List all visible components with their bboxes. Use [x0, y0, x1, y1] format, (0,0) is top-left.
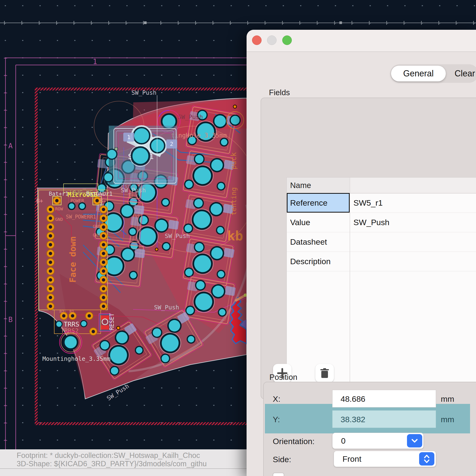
value-name-cell[interactable]: Value [290, 213, 310, 232]
value-value-cell[interactable]: SW_Push [354, 213, 389, 232]
svg-text:GND: GND [93, 224, 101, 229]
svg-text:SW_Push: SW_Push [154, 304, 179, 311]
svg-text:SW_Push: SW_Push [165, 233, 190, 239]
svg-text:ROW: ROW [55, 206, 63, 211]
svg-text:tenting: tenting [230, 187, 238, 215]
reference-name-cell[interactable]: Reference [290, 194, 327, 212]
fields-table[interactable]: Name Value Reference SW5_r1 Value SW_Pus… [287, 177, 476, 400]
trrs-label: TRRS [64, 321, 79, 328]
sheet-row-a: A [8, 142, 13, 150]
sheet-column-label: 1 [93, 57, 97, 66]
delete-field-button[interactable] [315, 364, 334, 382]
reset-label: RESET [108, 313, 115, 330]
table-row-value[interactable]: Value SW_Push [287, 213, 476, 232]
footprint-properties-dialog: General Clear Fields Name Value Referenc… [247, 30, 476, 476]
svg-text:SW_POWERR1: SW_POWERR1 [66, 214, 96, 220]
column-divider-body [350, 178, 350, 399]
chevron-down-icon [411, 438, 418, 443]
svg-text:BatGNDr1: BatGNDr1 [86, 191, 113, 197]
tab-clearance[interactable]: Clear [455, 66, 475, 81]
svg-text:POWER: POWER [70, 198, 84, 203]
orientation-label: Orientation: [273, 437, 315, 446]
x-unit: mm [441, 394, 454, 404]
position-section-title: Position [270, 373, 297, 382]
reference-value-cell[interactable]: SW5_r1 [354, 193, 383, 213]
svg-text:SW_Push: SW_Push [178, 114, 203, 120]
svg-text:tingHole_3.35mm: tingHole_3.35mm [171, 132, 227, 139]
fields-section-title: Fields [269, 88, 290, 97]
fields-table-header[interactable]: Name Value [287, 178, 476, 193]
orientation-dropdown-button[interactable] [407, 434, 422, 447]
close-button[interactable] [252, 35, 262, 45]
selected-cell[interactable]: Reference [287, 193, 350, 213]
r1-label: R1 [69, 309, 74, 314]
fields-groupbox: Name Value Reference SW5_r1 Value SW_Pus… [261, 98, 476, 399]
svg-text:SW_Push: SW_Push [131, 89, 156, 96]
y-unit: mm [441, 415, 454, 424]
name-column-header[interactable]: Name [290, 178, 311, 193]
y-label: Y: [273, 415, 280, 424]
pad1-number: 1 [127, 134, 130, 140]
svg-text:Face down: Face down [68, 236, 78, 283]
mounting-hole-label: Mountinghole_3.35mm [42, 355, 110, 362]
side-value: Front [342, 451, 361, 467]
up-down-chevrons-icon [424, 454, 430, 464]
trrs2-label: TRRS2 [61, 327, 79, 334]
minimize-button[interactable] [267, 35, 276, 45]
table-row-datasheet[interactable]: Datasheet [287, 232, 476, 252]
dialog-titlebar[interactable] [247, 30, 476, 52]
svg-text:GND: GND [93, 233, 101, 238]
table-row-description[interactable]: Description [287, 252, 476, 271]
locked-checkbox-partial[interactable] [273, 473, 284, 476]
svg-text:puck: puck [229, 152, 238, 170]
x-input[interactable]: 48.686 [332, 390, 436, 408]
svg-text:GND: GND [55, 217, 63, 222]
r2-label: R2 [60, 309, 64, 314]
orientation-combo[interactable]: 0 [332, 433, 424, 449]
tab-general[interactable]: General [391, 66, 446, 81]
sheet-row-b: B [8, 315, 13, 324]
svg-text:kb: kb [227, 228, 243, 243]
svg-text:Bat+r1: Bat+r1 [49, 191, 68, 197]
pad2-number: 2 [170, 141, 173, 147]
datasheet-name-cell[interactable]: Datasheet [290, 232, 327, 252]
y-input[interactable]: 38.382 [332, 410, 436, 428]
trash-icon [319, 368, 330, 379]
svg-text:SW_Push: SW_Push [121, 187, 146, 194]
side-stepper-button[interactable] [419, 452, 434, 465]
svg-text:B+: B+ [36, 198, 43, 204]
svg-text:B-: B- [100, 198, 106, 204]
table-row-reference[interactable]: Reference SW5_r1 [287, 193, 476, 213]
zoom-button[interactable] [282, 35, 292, 45]
side-label: Side: [273, 455, 291, 464]
side-combo[interactable]: Front [334, 451, 436, 467]
orientation-value: 0 [341, 433, 346, 449]
description-name-cell[interactable]: Description [290, 252, 331, 271]
x-label: X: [273, 394, 280, 404]
